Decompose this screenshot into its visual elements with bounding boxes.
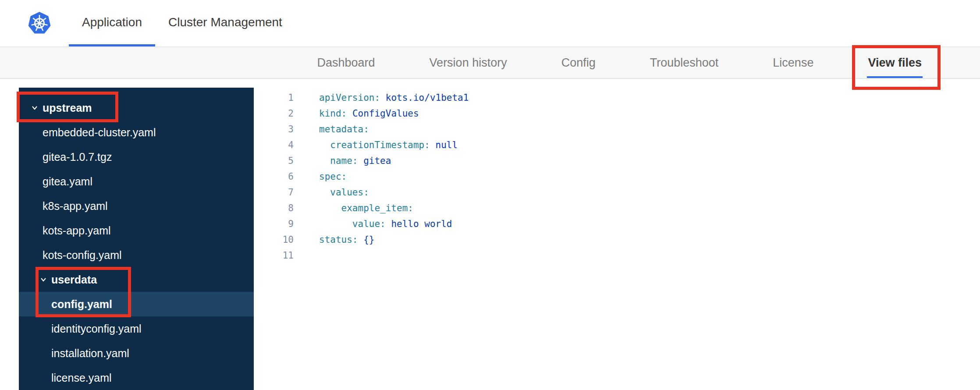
tree-item-label: identityconfig.yaml	[51, 323, 142, 335]
subnav-item-label: View files	[868, 56, 922, 70]
tree-item-label: upstream	[43, 102, 92, 114]
tree-item-embedded-cluster-yaml[interactable]: embedded-cluster.yaml	[19, 120, 254, 145]
code-token: hello world	[391, 219, 452, 229]
top-bar: ApplicationCluster Management	[0, 0, 980, 47]
code-token: value:	[352, 219, 386, 229]
line-content: value: hello world	[294, 216, 452, 232]
line-content	[294, 248, 319, 263]
tree-item-gitea-yaml[interactable]: gitea.yaml	[19, 169, 254, 194]
subnav-item-troubleshoot[interactable]: Troubleshoot	[649, 47, 720, 78]
chevron-down-icon	[40, 276, 47, 283]
subnav-item-label: Config	[561, 56, 596, 70]
code-line[interactable]: 9 value: hello world	[254, 216, 980, 232]
line-number: 4	[254, 137, 294, 153]
tree-item-label: embedded-cluster.yaml	[43, 126, 156, 139]
tree-item-label: userdata	[51, 273, 97, 286]
code-token	[347, 108, 352, 119]
top-tab-application[interactable]: Application	[69, 0, 155, 46]
top-tab-cluster-management[interactable]: Cluster Management	[155, 0, 295, 46]
code-token: creationTimestamp:	[330, 140, 430, 150]
tree-item-identityconfig-yaml[interactable]: identityconfig.yaml	[19, 316, 254, 341]
code-token: example_item:	[341, 203, 413, 213]
code-token	[319, 203, 341, 213]
top-nav: ApplicationCluster Management	[69, 0, 295, 46]
tree-item-gitea-1-0-7-tgz[interactable]: gitea-1.0.7.tgz	[19, 145, 254, 169]
tree-item-label: kots-config.yaml	[43, 249, 122, 262]
top-tab-label: Application	[82, 15, 142, 29]
kubernetes-logo-icon	[27, 11, 52, 35]
line-content: values:	[294, 184, 369, 200]
line-number: 5	[254, 153, 294, 169]
subnav-item-label: Version history	[430, 56, 507, 70]
code-token: name:	[330, 156, 358, 166]
code-token: values:	[330, 187, 369, 198]
code-token: metadata:	[319, 124, 369, 135]
tree-item-kots-app-yaml[interactable]: kots-app.yaml	[19, 218, 254, 243]
tree-item-license-yaml[interactable]: license.yaml	[19, 365, 254, 390]
tree-item-k8s-app-yaml[interactable]: k8s-app.yaml	[19, 194, 254, 218]
line-content: status: {}	[294, 232, 374, 248]
top-tab-label: Cluster Management	[168, 15, 282, 29]
line-number: 3	[254, 121, 294, 137]
code-token: spec:	[319, 171, 347, 182]
code-line[interactable]: 3metadata:	[254, 121, 980, 137]
app-subnav: DashboardVersion historyConfigTroublesho…	[0, 47, 980, 79]
line-content: example_item:	[294, 200, 413, 216]
line-number: 6	[254, 169, 294, 184]
file-editor[interactable]: 1apiVersion: kots.io/v1beta12kind: Confi…	[254, 90, 980, 390]
tree-item-upstream[interactable]: upstream	[19, 96, 254, 120]
subnav-item-label: Troubleshoot	[650, 56, 719, 70]
code-token	[319, 156, 330, 166]
line-number: 11	[254, 248, 294, 263]
chevron-down-icon	[31, 104, 38, 111]
line-content: name: gitea	[294, 153, 391, 169]
code-token: ConfigValues	[352, 108, 419, 119]
code-line[interactable]: 2kind: ConfigValues	[254, 106, 980, 121]
code-line[interactable]: 5 name: gitea	[254, 153, 980, 169]
tree-item-label: config.yaml	[51, 298, 112, 311]
code-line[interactable]: 4 creationTimestamp: null	[254, 137, 980, 153]
code-token: status:	[319, 234, 358, 245]
code-token	[386, 219, 391, 229]
code-line[interactable]: 6spec:	[254, 169, 980, 184]
code-token: apiVersion:	[319, 92, 380, 103]
line-content: creationTimestamp: null	[294, 137, 458, 153]
code-token	[358, 156, 364, 166]
line-number: 9	[254, 216, 294, 232]
line-content: kind: ConfigValues	[294, 106, 419, 121]
subnav-item-license[interactable]: License	[772, 47, 814, 78]
code-token: {}	[363, 234, 374, 245]
code-token: null	[436, 140, 458, 150]
tree-item-label: k8s-app.yaml	[43, 200, 108, 213]
code-token	[380, 92, 386, 103]
code-token	[319, 187, 330, 198]
subnav-item-config[interactable]: Config	[561, 47, 597, 78]
line-content: apiVersion: kots.io/v1beta1	[294, 90, 469, 106]
code-token	[319, 140, 330, 150]
subnav-item-label: Dashboard	[317, 56, 375, 70]
subnav-item-version-history[interactable]: Version history	[429, 47, 508, 78]
code-token	[430, 140, 436, 150]
tree-item-label: installation.yaml	[51, 347, 129, 360]
line-content: metadata:	[294, 121, 369, 137]
subnav-item-dashboard[interactable]: Dashboard	[316, 47, 376, 78]
code-line[interactable]: 1apiVersion: kots.io/v1beta1	[254, 90, 980, 106]
code-token: gitea	[363, 156, 391, 166]
line-number: 10	[254, 232, 294, 248]
code-line[interactable]: 7 values:	[254, 184, 980, 200]
line-number: 1	[254, 90, 294, 106]
code-token: kind:	[319, 108, 347, 119]
code-line[interactable]: 11	[254, 248, 980, 263]
tree-item-installation-yaml[interactable]: installation.yaml	[19, 341, 254, 365]
tree-item-label: kots-app.yaml	[43, 224, 111, 237]
tree-item-config-yaml[interactable]: config.yaml	[19, 292, 254, 316]
code-token: kots.io/v1beta1	[386, 92, 469, 103]
subnav-item-view-files[interactable]: View files	[867, 47, 923, 78]
tree-item-userdata[interactable]: userdata	[19, 267, 254, 292]
file-tree: upstreamembedded-cluster.yamlgitea-1.0.7…	[19, 88, 254, 390]
tree-item-kots-config-yaml[interactable]: kots-config.yaml	[19, 243, 254, 267]
subnav-item-label: License	[773, 56, 813, 70]
code-line[interactable]: 8 example_item:	[254, 200, 980, 216]
line-content: spec:	[294, 169, 347, 184]
code-line[interactable]: 10status: {}	[254, 232, 980, 248]
